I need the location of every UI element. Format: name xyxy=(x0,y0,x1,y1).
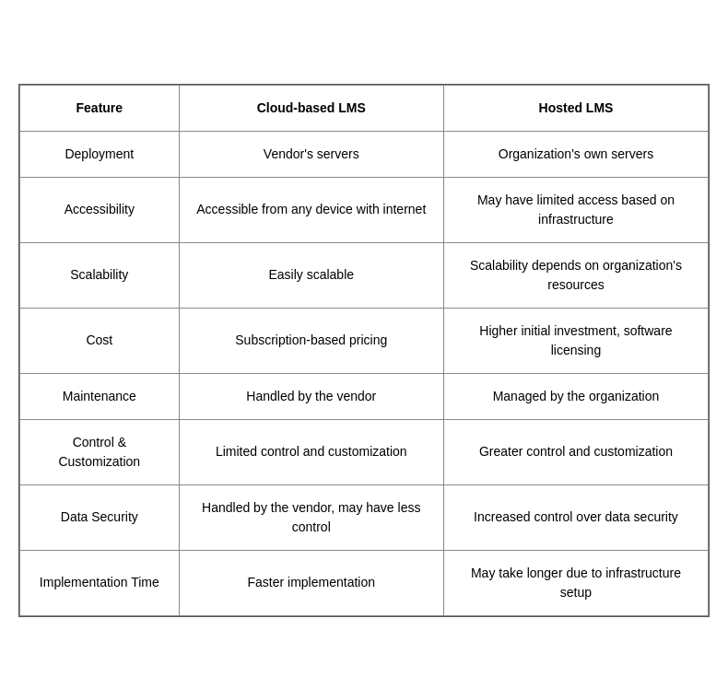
cell-cloud-0: Vendor's servers xyxy=(179,131,443,177)
cell-cloud-7: Faster implementation xyxy=(179,550,443,615)
cell-hosted-5: Greater control and customization xyxy=(443,419,708,484)
cell-feature-1: Accessibility xyxy=(20,177,180,242)
cell-cloud-5: Limited control and customization xyxy=(179,419,443,484)
table-row: CostSubscription-based pricingHigher ini… xyxy=(20,308,709,373)
table-row: MaintenanceHandled by the vendorManaged … xyxy=(20,373,709,419)
cell-hosted-6: Increased control over data security xyxy=(443,484,708,550)
cell-feature-4: Maintenance xyxy=(20,373,180,419)
cell-hosted-3: Higher initial investment, software lice… xyxy=(443,308,708,373)
cell-feature-5: Control & Customization xyxy=(20,419,180,484)
cell-hosted-4: Managed by the organization xyxy=(443,373,708,419)
cell-cloud-4: Handled by the vendor xyxy=(179,373,443,419)
table-row: AccessibilityAccessible from any device … xyxy=(20,177,709,242)
cell-cloud-1: Accessible from any device with internet xyxy=(179,177,443,242)
table-row: Control & CustomizationLimited control a… xyxy=(20,419,709,484)
table-row: Data SecurityHandled by the vendor, may … xyxy=(20,484,709,550)
header-feature: Feature xyxy=(20,85,180,131)
cell-cloud-3: Subscription-based pricing xyxy=(179,308,443,373)
header-cloud: Cloud-based LMS xyxy=(179,85,443,131)
table-row: ScalabilityEasily scalableScalability de… xyxy=(20,242,709,308)
cell-hosted-7: May take longer due to infrastructure se… xyxy=(443,550,708,615)
cell-cloud-6: Handled by the vendor, may have less con… xyxy=(179,484,443,550)
table-header-row: Feature Cloud-based LMS Hosted LMS xyxy=(20,85,709,131)
header-hosted: Hosted LMS xyxy=(443,85,708,131)
cell-feature-0: Deployment xyxy=(20,131,180,177)
cell-cloud-2: Easily scalable xyxy=(179,242,443,308)
cell-feature-6: Data Security xyxy=(20,484,180,550)
cell-hosted-1: May have limited access based on infrast… xyxy=(443,177,708,242)
cell-hosted-0: Organization's own servers xyxy=(443,131,708,177)
table-row: Implementation TimeFaster implementation… xyxy=(20,550,709,615)
cell-feature-3: Cost xyxy=(20,308,180,373)
cell-feature-7: Implementation Time xyxy=(20,550,180,615)
comparison-table: Feature Cloud-based LMS Hosted LMS Deplo… xyxy=(18,84,710,617)
cell-feature-2: Scalability xyxy=(20,242,180,308)
cell-hosted-2: Scalability depends on organization's re… xyxy=(443,242,708,308)
table-row: DeploymentVendor's serversOrganization's… xyxy=(20,131,709,177)
